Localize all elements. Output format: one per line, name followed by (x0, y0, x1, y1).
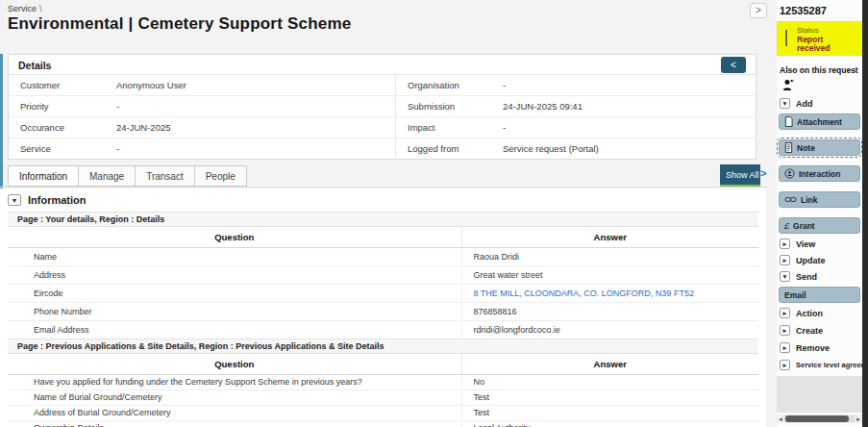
scrollbar-thumb[interactable] (785, 415, 849, 422)
expander-create[interactable]: ► Create (780, 325, 823, 336)
expander-add[interactable]: ▼ Add (780, 98, 813, 109)
breadcrumb-service-link[interactable]: Service (8, 4, 37, 13)
qa-table-your-details: Question Answer Name Raoua Dridi Address… (8, 227, 758, 339)
answer-name: Raoua Dridi (461, 247, 758, 265)
expander-service-level-agreement[interactable]: ► Service level agreement (780, 360, 868, 370)
answer-burial-ground-address: Test (461, 405, 758, 420)
details-title: Details (18, 60, 51, 71)
question-previous-funding: Have you applied for funding under the C… (8, 374, 461, 389)
table-row: Address Great water street (8, 265, 758, 284)
table-header-row: Question Answer (8, 354, 758, 374)
chevron-right-icon: ► (780, 360, 790, 370)
show-all-button[interactable]: Show All (720, 164, 760, 185)
answer-ownership-details: Local Authority (461, 420, 758, 427)
qa-table-previous-applications: Question Answer Have you applied for fun… (8, 354, 758, 427)
field-label-priority: Priority (9, 96, 114, 117)
table-row: Phone Number 876858816 (8, 302, 758, 320)
expander-action[interactable]: ► Action (780, 308, 823, 318)
table-header-row: Question Answer (8, 227, 758, 247)
scroll-left-arrow-icon[interactable]: ◄ (777, 416, 784, 422)
window-edge-strip (862, 0, 868, 427)
field-label-occurance: Occurance (9, 117, 114, 138)
chevron-right-icon: ► (780, 239, 790, 249)
chevron-down-icon: ▼ (780, 271, 790, 282)
link-button[interactable]: Link (779, 191, 860, 208)
chevron-right-icon: ► (780, 308, 790, 318)
answer-address: Great water street (461, 265, 758, 284)
answer-phone-number: 876858816 (461, 302, 758, 320)
attachment-button[interactable]: Attachment (779, 113, 860, 130)
request-id: 12535287 (780, 5, 827, 16)
show-button-underline (720, 185, 760, 187)
field-value-customer: Anonymous User (114, 75, 395, 96)
note-icon (784, 142, 793, 153)
field-label-impact: Impact (395, 117, 501, 138)
field-value-occurance: 24-JUN-2025 (114, 117, 395, 138)
tabbar-divider (0, 187, 766, 188)
question-burial-ground-name: Name of Burial Ground/Cemetery (8, 389, 461, 405)
breadcrumb-separator: \ (39, 4, 42, 13)
field-value-priority: - (114, 96, 395, 117)
field-label-customer: Customer (9, 75, 114, 96)
status-value: Report received (797, 36, 858, 53)
field-label-organisation: Organisation (395, 75, 501, 96)
expander-send[interactable]: ▼ Send (780, 271, 817, 282)
tab-transact[interactable]: Transact (135, 165, 194, 187)
field-value-organisation: - (501, 75, 756, 96)
details-grid: Customer Anonymous User Organisation - P… (9, 75, 756, 160)
details-card: Details < Customer Anonymous User Organi… (8, 54, 756, 160)
breadcrumb: Service\ (8, 4, 42, 13)
grant-button[interactable]: £ Grant (779, 217, 860, 234)
question-eircode: Eircode (8, 284, 461, 302)
actions-sidebar: 12535287 Status Report received Also on … (777, 0, 862, 427)
field-value-submission: 24-JUN-2025 09:41 (501, 96, 756, 117)
tab-people[interactable]: People (194, 165, 247, 187)
answer-column-header: Answer (461, 227, 758, 247)
details-collapse-button[interactable]: < (721, 57, 746, 73)
table-row: Address of Burial Ground/Cemetery Test (8, 405, 758, 420)
field-value-impact: - (501, 117, 756, 138)
expander-update[interactable]: ► Update (780, 255, 826, 265)
answer-column-header: Answer (461, 354, 758, 374)
status-badge[interactable]: Status Report received (777, 21, 862, 56)
table-row: Eircode 8 THE MILL, CLOONDARA, CO. LONGF… (8, 284, 758, 302)
question-ownership-details: Ownership Details (8, 420, 461, 427)
person-icon[interactable] (782, 79, 795, 91)
field-label-logged-from: Logged from (395, 138, 501, 160)
interaction-button[interactable]: Interaction (779, 165, 860, 182)
left-accent-bar (0, 54, 3, 208)
field-value-logged-from: Service request (Portal) (501, 138, 756, 160)
page-region-band-2: Page : Previous Applications & Site Deta… (8, 339, 758, 354)
question-column-header: Question (8, 227, 461, 247)
scrollbar-track[interactable] (784, 415, 855, 422)
table-row: Ownership Details Local Authority (8, 420, 758, 427)
tab-manage[interactable]: Manage (78, 165, 135, 187)
grant-currency-icon: £ (784, 221, 789, 231)
collapse-section-icon[interactable]: ▼ (8, 194, 21, 206)
expander-view[interactable]: ► View (780, 239, 815, 249)
tab-bar: Information Manage Transact People (8, 165, 247, 188)
document-icon (784, 116, 793, 127)
chevron-right-icon: ► (780, 255, 790, 265)
answer-email-address: rdridi@longfordcoco.ie (461, 320, 758, 339)
details-header: Details < (9, 55, 756, 75)
table-row: Name of Burial Ground/Cemetery Test (8, 389, 758, 405)
question-email-address: Email Address (8, 320, 461, 339)
information-panel: ▼ Information Page : Your details, Regio… (0, 188, 766, 427)
expand-pane-chevron-icon[interactable]: > (760, 167, 766, 179)
tab-information[interactable]: Information (8, 165, 78, 187)
scroll-right-arrow-icon[interactable]: ► (855, 416, 862, 422)
sidebar-empty-area (777, 376, 862, 413)
expander-remove[interactable]: ► Remove (780, 342, 830, 353)
sidebar-horizontal-scrollbar[interactable]: ◄ ► (777, 414, 862, 423)
email-button[interactable]: Email (779, 287, 860, 303)
collapse-panel-chevron-icon[interactable]: > (750, 3, 767, 18)
interaction-person-icon (784, 168, 795, 179)
answer-eircode-link[interactable]: 8 THE MILL, CLOONDARA, CO. LONGFORD, N39… (461, 284, 758, 302)
answer-burial-ground-name: Test (461, 389, 758, 405)
table-row: Email Address rdridi@longfordcoco.ie (8, 320, 758, 339)
question-phone-number: Phone Number (8, 302, 461, 320)
field-label-submission: Submission (395, 96, 501, 117)
note-button[interactable]: Note (779, 139, 860, 156)
table-row: Have you applied for funding under the C… (8, 374, 758, 389)
